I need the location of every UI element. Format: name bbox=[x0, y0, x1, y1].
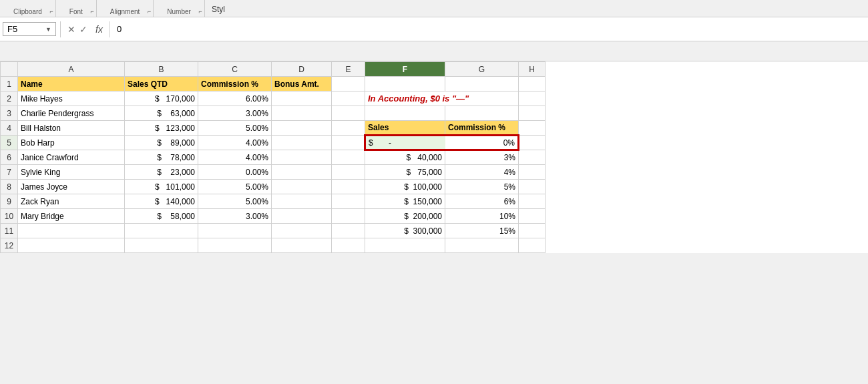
cell-g4-commission-header[interactable]: Commission % bbox=[445, 121, 519, 136]
cell-e5[interactable] bbox=[332, 136, 365, 150]
cell-h8[interactable] bbox=[519, 180, 546, 194]
cell-c7[interactable]: 0.00% bbox=[198, 165, 272, 180]
cell-h1[interactable] bbox=[519, 77, 546, 91]
cell-f5[interactable]: $ - bbox=[365, 136, 445, 150]
cell-b12[interactable] bbox=[125, 238, 198, 253]
cell-e9[interactable] bbox=[332, 194, 365, 209]
cell-f4-commission-header[interactable]: Sales bbox=[365, 121, 445, 136]
cell-a3[interactable]: Charlie Pendergrass bbox=[18, 106, 125, 121]
cell-d8[interactable] bbox=[272, 180, 332, 194]
cell-g1[interactable] bbox=[445, 77, 519, 91]
confirm-icon[interactable]: ✓ bbox=[79, 24, 87, 35]
cell-a7[interactable]: Sylvie King bbox=[18, 165, 125, 180]
cell-b7[interactable]: $ 23,000 bbox=[125, 165, 198, 180]
formula-input[interactable] bbox=[114, 23, 865, 35]
name-box[interactable]: F5 ▼ bbox=[3, 22, 56, 36]
cell-c6[interactable]: 4.00% bbox=[198, 150, 272, 165]
cell-c11[interactable] bbox=[198, 224, 272, 238]
cancel-icon[interactable]: ✕ bbox=[67, 24, 75, 35]
cell-f8[interactable]: $ 100,000 bbox=[365, 180, 445, 194]
cell-e7[interactable] bbox=[332, 165, 365, 180]
cell-c8[interactable]: 5.00% bbox=[198, 180, 272, 194]
cell-d4[interactable] bbox=[272, 121, 332, 136]
cell-e1[interactable] bbox=[332, 77, 365, 91]
cell-c10[interactable]: 3.00% bbox=[198, 209, 272, 224]
col-header-e[interactable]: E bbox=[332, 62, 365, 77]
cell-b5[interactable]: $ 89,000 bbox=[125, 136, 198, 150]
cell-e10[interactable] bbox=[332, 209, 365, 224]
cell-c2[interactable]: 6.00% bbox=[198, 91, 272, 106]
cell-g5[interactable]: 0% bbox=[445, 136, 519, 150]
cell-d5[interactable] bbox=[272, 136, 332, 150]
cell-b8[interactable]: $ 101,000 bbox=[125, 180, 198, 194]
cell-g10[interactable]: 10% bbox=[445, 209, 519, 224]
cell-b9[interactable]: $ 140,000 bbox=[125, 194, 198, 209]
col-header-d[interactable]: D bbox=[272, 62, 332, 77]
cell-d6[interactable] bbox=[272, 150, 332, 165]
cell-g8[interactable]: 5% bbox=[445, 180, 519, 194]
cell-a9[interactable]: Zack Ryan bbox=[18, 194, 125, 209]
cell-e12[interactable] bbox=[332, 238, 365, 253]
cell-d11[interactable] bbox=[272, 224, 332, 238]
cell-a2[interactable]: Mike Hayes bbox=[18, 91, 125, 106]
cell-h9[interactable] bbox=[519, 194, 546, 209]
cell-h6[interactable] bbox=[519, 150, 546, 165]
cell-f9[interactable]: $ 150,000 bbox=[365, 194, 445, 209]
cell-h4[interactable] bbox=[519, 121, 546, 136]
cell-d1[interactable]: Bonus Amt. bbox=[272, 77, 332, 91]
cell-h5[interactable] bbox=[519, 136, 546, 150]
cell-b3[interactable]: $ 63,000 bbox=[125, 106, 198, 121]
cell-c1[interactable]: Commission % bbox=[198, 77, 272, 91]
cell-g7[interactable]: 4% bbox=[445, 165, 519, 180]
cell-b4[interactable]: $ 123,000 bbox=[125, 121, 198, 136]
cell-h7[interactable] bbox=[519, 165, 546, 180]
cell-c3[interactable]: 3.00% bbox=[198, 106, 272, 121]
cell-a6[interactable]: Janice Crawford bbox=[18, 150, 125, 165]
col-header-c[interactable]: C bbox=[198, 62, 272, 77]
col-header-f[interactable]: F bbox=[365, 62, 445, 77]
cell-h3[interactable] bbox=[519, 106, 546, 121]
cell-a4[interactable]: Bill Halston bbox=[18, 121, 125, 136]
cell-d10[interactable] bbox=[272, 209, 332, 224]
cell-g9[interactable]: 6% bbox=[445, 194, 519, 209]
cell-a5[interactable]: Bob Harp bbox=[18, 136, 125, 150]
cell-e11[interactable] bbox=[332, 224, 365, 238]
cell-c4[interactable]: 5.00% bbox=[198, 121, 272, 136]
cell-a11[interactable] bbox=[18, 224, 125, 238]
cell-f7[interactable]: $ 75,000 bbox=[365, 165, 445, 180]
col-header-a[interactable]: A bbox=[18, 62, 125, 77]
cell-a12[interactable] bbox=[18, 238, 125, 253]
cell-g11[interactable]: 15% bbox=[445, 224, 519, 238]
cell-d7[interactable] bbox=[272, 165, 332, 180]
cell-f12[interactable] bbox=[365, 238, 445, 253]
cell-f6[interactable]: $ 40,000 bbox=[365, 150, 445, 165]
cell-c12[interactable] bbox=[198, 238, 272, 253]
cell-e2[interactable] bbox=[332, 91, 365, 106]
name-box-dropdown-arrow[interactable]: ▼ bbox=[45, 26, 51, 33]
cell-a8[interactable]: James Joyce bbox=[18, 180, 125, 194]
cell-e6[interactable] bbox=[332, 150, 365, 165]
col-header-h[interactable]: H bbox=[519, 62, 546, 77]
cell-d12[interactable] bbox=[272, 238, 332, 253]
cell-a1[interactable]: Name bbox=[18, 77, 125, 91]
cell-f3[interactable] bbox=[365, 106, 445, 121]
cell-d2[interactable] bbox=[272, 91, 332, 106]
cell-f10[interactable]: $ 200,000 bbox=[365, 209, 445, 224]
cell-g3[interactable] bbox=[445, 106, 519, 121]
cell-f11[interactable]: $ 300,000 bbox=[365, 224, 445, 238]
cell-g6[interactable]: 3% bbox=[445, 150, 519, 165]
cell-c5[interactable]: 4.00% bbox=[198, 136, 272, 150]
cell-h2[interactable] bbox=[519, 91, 546, 106]
cell-h11[interactable] bbox=[519, 224, 546, 238]
cell-c9[interactable]: 5.00% bbox=[198, 194, 272, 209]
cell-d9[interactable] bbox=[272, 194, 332, 209]
cell-b1[interactable]: Sales QTD bbox=[125, 77, 198, 91]
cell-b11[interactable] bbox=[125, 224, 198, 238]
cell-f1[interactable] bbox=[365, 77, 445, 91]
cell-b10[interactable]: $ 58,000 bbox=[125, 209, 198, 224]
clipboard-expand-icon[interactable]: ⌐ bbox=[50, 8, 53, 15]
cell-e4[interactable] bbox=[332, 121, 365, 136]
cell-e8[interactable] bbox=[332, 180, 365, 194]
col-header-g[interactable]: G bbox=[445, 62, 519, 77]
cell-h10[interactable] bbox=[519, 209, 546, 224]
